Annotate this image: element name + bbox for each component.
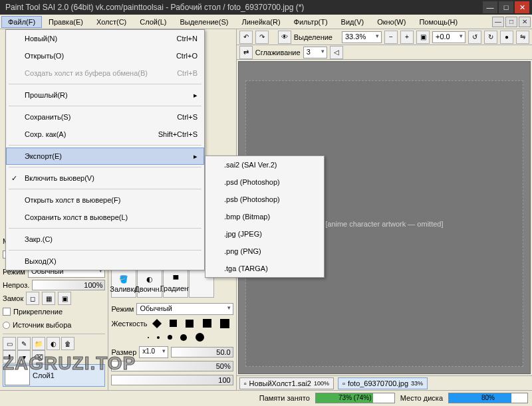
- menu-export[interactable]: Экспорт(E)▸: [6, 148, 204, 165]
- density-slider[interactable]: 100: [111, 375, 233, 385]
- stabilizer-toggle-icon[interactable]: ◁: [330, 46, 343, 59]
- menu-open-in-viewer[interactable]: Открыть холст в вьювере(F): [6, 191, 204, 209]
- smooth-label: Сглаживание: [255, 49, 301, 56]
- check-icon: ✓: [11, 174, 17, 183]
- disk-label: Место диска: [400, 394, 443, 402]
- export-psb[interactable]: .psb (Photoshop): [205, 191, 324, 208]
- menu-enable-viewer[interactable]: ✓Включить вьювер(V): [6, 169, 204, 187]
- new-folder-icon[interactable]: 📁: [32, 337, 45, 350]
- delete-layer-icon[interactable]: 🗑: [61, 337, 74, 350]
- view-toolbar: ↶ ↷ 👁 Выделение 33.3% − + ▣ +0.0 ↺ ↻ ● ⇋: [237, 29, 532, 45]
- export-psd[interactable]: .psd (Photoshop): [205, 173, 324, 191]
- angle-combo[interactable]: +0.0: [432, 31, 466, 43]
- menu-save-in-viewer[interactable]: Сохранить холст в вьювере(L): [6, 209, 204, 226]
- minimize-button[interactable]: —: [483, 1, 497, 13]
- opacity-label: Непроз.: [3, 281, 29, 289]
- size-label: Размер: [111, 348, 136, 356]
- export-sai2[interactable]: .sai2 (SAI Ver.2): [205, 156, 324, 173]
- mdi-close[interactable]: ✕: [519, 17, 531, 27]
- zoom-out-icon[interactable]: −: [384, 31, 398, 44]
- export-tga[interactable]: .tga (TARGA): [205, 260, 324, 277]
- statusbar: Памяти занято 73% (74%) Место диска 80%: [0, 390, 532, 405]
- hardness-swatches[interactable]: [150, 319, 233, 328]
- menubar: Файл(F) Правка(E) Холст(C) Слой(L) Выдел…: [0, 15, 532, 29]
- menu-help[interactable]: Помощь(H): [412, 16, 464, 28]
- flatten-icon[interactable]: ▾: [17, 350, 31, 363]
- menu-new[interactable]: Новый(N)Ctrl+N: [6, 30, 204, 47]
- stabilizer-icon[interactable]: ⇄: [239, 46, 253, 59]
- menu-file[interactable]: Файл(F): [1, 16, 42, 28]
- size-mult-combo[interactable]: x1.0: [139, 346, 168, 358]
- menu-ruler[interactable]: Линейка(R): [235, 16, 287, 28]
- lock-alpha-icon[interactable]: ▦: [42, 292, 55, 305]
- zoom-in-icon[interactable]: +: [400, 31, 414, 44]
- source-radio[interactable]: [3, 322, 10, 329]
- source-label: Источник выбора: [13, 321, 71, 329]
- flip-h-icon[interactable]: ⇋: [516, 31, 529, 44]
- menu-close-canvas[interactable]: Закр.(C): [6, 231, 204, 248]
- menu-filter[interactable]: Фильтр(T): [287, 16, 334, 28]
- menu-window[interactable]: Окно(W): [370, 16, 412, 28]
- menu-layer[interactable]: Слой(L): [133, 16, 173, 28]
- menu-canvas[interactable]: Холст(C): [90, 16, 133, 28]
- menu-open[interactable]: Открыть(O)Ctrl+O: [6, 47, 204, 64]
- menu-recent[interactable]: Прошлый(R)▸: [6, 86, 204, 104]
- menu-selection[interactable]: Выделение(S): [173, 16, 235, 28]
- menu-exit[interactable]: Выход(X): [6, 253, 204, 270]
- clipping-checkbox[interactable]: [3, 308, 11, 316]
- doc-tab-2[interactable]: ▫ foto_69370700.jpg 33%: [338, 377, 428, 389]
- menu-saveas[interactable]: Сохр. как(A)Shift+Ctrl+S: [6, 126, 204, 143]
- menu-edit[interactable]: Правка(E): [42, 16, 90, 28]
- tool-binary[interactable]: ◐Двоичн...: [137, 270, 162, 298]
- lock-none-icon[interactable]: ◻: [26, 292, 39, 305]
- export-jpg[interactable]: .jpg (JPEG): [205, 225, 324, 243]
- doc-icon: ▫: [342, 379, 345, 387]
- redo-icon[interactable]: ↷: [255, 31, 269, 44]
- rotate-ccw-icon[interactable]: ↺: [468, 31, 481, 44]
- mdi-maximize[interactable]: □: [505, 17, 517, 27]
- zoom-combo[interactable]: 33.3%: [342, 31, 382, 43]
- selection-label: Выделение: [294, 33, 332, 41]
- export-submenu: .sai2 (SAI Ver.2) .psd (Photoshop) .psb …: [205, 155, 325, 278]
- zoom-fit-icon[interactable]: ▣: [416, 31, 430, 44]
- mdi-minimize[interactable]: —: [492, 17, 504, 27]
- smooth-combo[interactable]: 3: [303, 47, 327, 58]
- tool-fill[interactable]: 🪣Заливка: [111, 270, 136, 298]
- mask-icon[interactable]: ◐: [47, 337, 60, 350]
- menu-from-clipboard: Создать холст из буфера обмена(B)Ctrl+B: [6, 64, 204, 82]
- size-dots[interactable]: [111, 332, 233, 343]
- eye-icon[interactable]: 👁: [278, 31, 291, 44]
- file-menu-dropdown: Новый(N)Ctrl+N Открыть(O)Ctrl+O Создать …: [5, 29, 205, 270]
- memory-meter: 73% (74%): [315, 393, 395, 403]
- new-layer-icon[interactable]: ▭: [3, 337, 16, 350]
- doc-icon: ▫: [244, 379, 247, 387]
- export-png[interactable]: .png (PNG): [205, 243, 324, 260]
- hardness-label: Жесткость: [111, 320, 147, 328]
- merge-down-icon[interactable]: ⬇: [3, 350, 16, 363]
- tool-mode-combo[interactable]: Обычный: [136, 303, 233, 315]
- rotate-cw-icon[interactable]: ↻: [484, 31, 497, 44]
- layer-name: Слой1: [33, 371, 55, 379]
- layer-item[interactable]: Слой1: [3, 364, 105, 387]
- doc-tab-1[interactable]: ▫ НовыйХолст1.sai2 100%: [239, 377, 334, 389]
- document-tabs: ▫ НовыйХолст1.sai2 100% ▫ foto_69370700.…: [237, 375, 532, 390]
- maximize-button[interactable]: □: [499, 1, 513, 13]
- close-button[interactable]: ✕: [515, 1, 529, 13]
- stabilizer-toolbar: ⇄ Сглаживание 3 ◁: [237, 45, 532, 60]
- new-vector-layer-icon[interactable]: ✎: [17, 337, 31, 350]
- size-slider[interactable]: 50.0: [171, 347, 233, 357]
- clipping-label: Прикрепление: [13, 308, 63, 316]
- opacity-slider[interactable]: 100%: [32, 280, 105, 290]
- lock-all-icon[interactable]: ▣: [58, 292, 71, 305]
- export-bmp[interactable]: .bmp (Bitmap): [205, 208, 324, 225]
- tool-gradient[interactable]: ▀Градиент: [163, 270, 188, 298]
- menu-view[interactable]: Вид(V): [334, 16, 371, 28]
- mdi-window-controls: — □ ✕: [491, 17, 531, 27]
- rotate-reset-icon[interactable]: ●: [500, 31, 513, 44]
- disk-meter: 80%: [448, 393, 528, 403]
- minsize-slider[interactable]: 50%: [111, 361, 233, 371]
- memory-label: Памяти занято: [259, 394, 310, 402]
- undo-icon[interactable]: ↶: [239, 31, 253, 44]
- clear-icon[interactable]: ⌫: [32, 350, 45, 363]
- menu-save[interactable]: Сохранить(S)Ctrl+S: [6, 108, 204, 126]
